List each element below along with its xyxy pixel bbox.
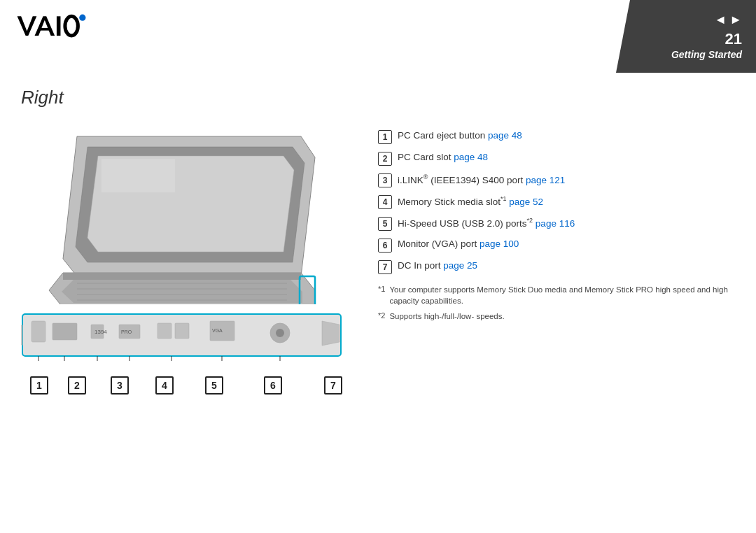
svg-rect-8 (52, 323, 77, 340)
header-right: ◄ ► 21 Getting Started (616, 0, 756, 73)
svg-rect-7 (31, 321, 46, 342)
item-text-2: PC Card slot page 48 (398, 151, 488, 164)
svg-rect-1 (57, 16, 61, 36)
port-panel: 1394 PRO VGA (21, 311, 357, 395)
svg-point-18 (276, 329, 284, 337)
svg-text:VGA: VGA (212, 328, 223, 333)
item-link-4[interactable]: page 52 (509, 197, 543, 207)
page-nav[interactable]: ◄ ► (714, 13, 742, 27)
svg-point-3 (79, 15, 85, 21)
svg-text:1394: 1394 (94, 329, 107, 335)
footnote-mark-1: *1 (378, 284, 385, 294)
item-num-7: 7 (378, 260, 392, 274)
item-link-6[interactable]: page 100 (479, 239, 519, 249)
page-number: 21 (725, 30, 742, 48)
num-label-6: 6 (264, 376, 282, 395)
num-label-3: 3 (111, 376, 129, 395)
item-num-1: 1 (378, 130, 392, 144)
item-text-5: Hi-Speed USB (USB 2.0) ports*2 page 116 (398, 216, 575, 230)
svg-text:PRO: PRO (121, 329, 132, 334)
desc-item-6: 6 Monitor (VGA) port page 100 (378, 238, 735, 253)
item-num-2: 2 (378, 152, 392, 166)
item-text-4: Memory Stick media slot*1 page 52 (398, 194, 543, 208)
footnote-mark-2: *2 (378, 311, 385, 321)
num-label-4: 4 (155, 376, 174, 395)
desc-item-3: 3 i.LINK® (IEEE1394) S400 port page 121 (378, 173, 735, 187)
num-label-7: 7 (324, 376, 342, 395)
main-content: Right (0, 73, 756, 533)
logo-area (0, 0, 112, 57)
num-label-2: 2 (68, 376, 86, 395)
item-num-6: 6 (378, 239, 392, 253)
laptop-illustration (21, 122, 329, 304)
item-text-6: Monitor (VGA) port page 100 (398, 238, 519, 251)
item-text-3: i.LINK® (IEEE1394) S400 port page 121 (398, 173, 565, 187)
num-label-1: 1 (30, 376, 48, 395)
port-bar-illustration: 1394 PRO VGA (21, 311, 343, 367)
section-label: Getting Started (671, 49, 742, 60)
svg-rect-0 (39, 28, 50, 31)
laptop-section: 1394 PRO VGA (21, 122, 357, 395)
item-text-1: PC Card eject button page 48 (398, 129, 522, 143)
item-link-3[interactable]: page 121 (526, 175, 565, 185)
item-link-7[interactable]: page 25 (443, 260, 477, 271)
item-num-5: 5 (378, 217, 392, 231)
desc-item-5: 5 Hi-Speed USB (USB 2.0) ports*2 page 11… (378, 216, 735, 231)
desc-item-1: 1 PC Card eject button page 48 (378, 129, 735, 144)
svg-rect-14 (175, 323, 189, 339)
footnote-text-1: Your computer supports Memory Stick Duo … (389, 284, 735, 306)
desc-item-4: 4 Memory Stick media slot*1 page 52 (378, 194, 735, 209)
vaio-logo (14, 10, 98, 45)
page-header: ◄ ► 21 Getting Started (0, 0, 756, 73)
item-link-1[interactable]: page 48 (488, 130, 522, 141)
footnote-2: *2 Supports high-/full-/low- speeds. (378, 311, 735, 322)
item-num-3: 3 (378, 173, 392, 187)
desc-item-2: 2 PC Card slot page 48 (378, 151, 735, 166)
num-label-5: 5 (205, 376, 223, 395)
desc-item-7: 7 DC In port page 25 (378, 260, 735, 274)
footnote-1: *1 Your computer supports Memory Stick D… (378, 284, 735, 306)
content-area: 1394 PRO VGA (21, 122, 735, 395)
next-arrow[interactable]: ► (729, 13, 742, 27)
numbers-row: 1 2 3 4 5 6 7 (21, 376, 357, 395)
descriptions-panel: 1 PC Card eject button page 48 2 PC Card… (378, 122, 735, 326)
page-title: Right (21, 87, 735, 108)
prev-arrow[interactable]: ◄ (714, 13, 727, 27)
svg-rect-13 (158, 323, 172, 339)
svg-point-2 (65, 16, 78, 36)
footnote-text-2: Supports high-/full-/low- speeds. (389, 311, 504, 322)
item-link-2[interactable]: page 48 (454, 152, 488, 162)
footnotes: *1 Your computer supports Memory Stick D… (378, 284, 735, 322)
item-link-5[interactable]: page 116 (536, 218, 575, 229)
item-text-7: DC In port page 25 (398, 260, 477, 273)
item-num-4: 4 (378, 195, 392, 209)
